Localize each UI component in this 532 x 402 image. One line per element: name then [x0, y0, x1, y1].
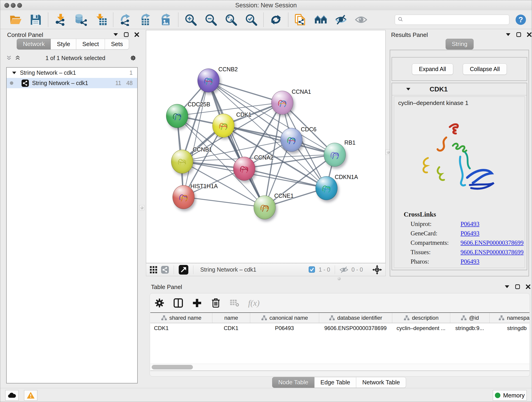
zoom-in-button[interactable]: [184, 13, 197, 26]
search-icon: [398, 17, 403, 23]
control-panel-close-icon[interactable]: [134, 32, 139, 37]
column-header-canonical-name[interactable]: canonical name: [250, 313, 319, 323]
tab-edge-table[interactable]: Edge Table: [314, 377, 356, 388]
crosslink-link[interactable]: 9606.ENSP00000378699: [461, 249, 524, 256]
tree-expand-icon[interactable]: [12, 71, 17, 75]
results-panel-float-icon[interactable]: [516, 32, 521, 37]
column-header-database-identifier[interactable]: database identifier: [319, 313, 392, 323]
control-panel-float-icon[interactable]: [123, 32, 129, 37]
crosslink-row: GeneCard:P06493: [411, 230, 525, 237]
left-splitter-handle[interactable]: [139, 205, 144, 210]
column-header-name[interactable]: name: [212, 313, 250, 323]
network-node-cdc6[interactable]: [280, 128, 302, 152]
apply-layout-button[interactable]: [269, 13, 283, 26]
network-node-cdkn1a[interactable]: [316, 176, 337, 200]
crosslinks-title: CrossLinks: [404, 211, 525, 218]
save-session-button[interactable]: [29, 13, 42, 26]
network-canvas[interactable]: CCNB2 CCNA1 CDC25B CDK1 CDC6 RB1 CCNB1 C…: [146, 30, 386, 263]
tab-string[interactable]: String: [446, 39, 474, 50]
table-cell: cyclin–dependent ...: [392, 323, 450, 333]
expand-all-button[interactable]: Expand All: [412, 64, 453, 75]
crosslink-link[interactable]: P06493: [461, 258, 480, 265]
tab-network-table[interactable]: Network Table: [356, 377, 406, 388]
network-node-ccnb1[interactable]: [171, 150, 193, 173]
string-home-button[interactable]: [314, 13, 327, 26]
help-button[interactable]: ?: [515, 14, 526, 25]
cloud-status-button[interactable]: [5, 390, 19, 401]
network-tree: String Network – cdk11String Network – c…: [6, 67, 138, 383]
delete-column-icon[interactable]: [210, 298, 221, 308]
grid-view-icon[interactable]: [149, 266, 158, 274]
birds-eye-view-icon[interactable]: [178, 265, 189, 275]
import-network-file-button[interactable]: [54, 13, 67, 26]
result-entry-header[interactable]: CDK1: [392, 83, 527, 95]
clone-network-button[interactable]: [294, 13, 307, 26]
hide-selected-button[interactable]: [334, 13, 348, 26]
network-node-rb1[interactable]: [324, 143, 346, 167]
results-panel-menu-icon[interactable]: [505, 32, 511, 37]
hidden-count: 0 - 0: [351, 266, 363, 273]
network-node-ccnb2[interactable]: [197, 69, 220, 92]
warnings-button[interactable]: [24, 390, 37, 401]
network-node-ccna2[interactable]: [233, 157, 255, 181]
table-panel-close-icon[interactable]: [525, 284, 531, 289]
results-panel-close-icon[interactable]: [526, 32, 532, 37]
network-node-ccna1[interactable]: [271, 91, 293, 115]
tab-select[interactable]: Select: [76, 39, 105, 50]
collapse-all-button[interactable]: Collapse All: [463, 64, 507, 75]
crosslink-link[interactable]: P06493: [461, 230, 480, 237]
expand-all-networks-icon[interactable]: [15, 55, 20, 61]
tab-network[interactable]: Network: [17, 39, 51, 50]
crosshair-navigate-icon[interactable]: [372, 265, 382, 275]
zoom-selected-button[interactable]: [244, 13, 258, 26]
column-header-namespace[interactable]: namespace: [489, 313, 530, 323]
zoom-fit-button[interactable]: [224, 13, 238, 26]
search-box[interactable]: [395, 15, 509, 25]
memory-button[interactable]: Memory: [493, 390, 527, 401]
export-table-button[interactable]: [139, 13, 152, 26]
function-builder-icon-disabled: f(x): [248, 298, 260, 308]
network-node-cdk1[interactable]: [212, 114, 234, 138]
network-node-ccne1[interactable]: [254, 196, 276, 219]
import-network-database-button[interactable]: [74, 13, 87, 26]
entry-collapse-icon[interactable]: [392, 87, 411, 91]
column-header-shared-name[interactable]: shared name: [150, 313, 212, 323]
selected-checkbox-icon[interactable]: [309, 266, 316, 273]
toolbar-separator: [113, 13, 114, 27]
table-panel-float-icon[interactable]: [515, 284, 520, 289]
bottom-splitter-handle[interactable]: [337, 277, 341, 280]
network-options-gear-icon[interactable]: [130, 55, 136, 61]
network-node-hist1h1a[interactable]: [172, 185, 195, 209]
column-header--id[interactable]: @id: [450, 313, 489, 323]
import-table-button[interactable]: [94, 13, 108, 26]
table-hscrollbar-thumb[interactable]: [152, 365, 193, 370]
crosslink-link[interactable]: 9606.ENSP00000378699: [461, 239, 524, 246]
network-tree-row[interactable]: String Network – cdk11148: [7, 78, 137, 88]
open-session-button[interactable]: [9, 13, 22, 26]
network-share-icon[interactable]: [161, 266, 169, 274]
column-header-description[interactable]: description: [392, 313, 450, 323]
table-cell: stringdb: [489, 323, 530, 333]
crosslink-link[interactable]: P06493: [461, 220, 480, 228]
network-tree-row[interactable]: String Network – cdk11: [7, 68, 137, 78]
hidden-eye-icon[interactable]: [340, 266, 348, 273]
tab-style[interactable]: Style: [51, 39, 76, 50]
entry-description: cyclin–dependent kinase 1: [398, 99, 525, 107]
table-panel-menu-icon[interactable]: [504, 284, 510, 289]
control-panel-menu-icon[interactable]: [113, 32, 119, 37]
tab-node-table[interactable]: Node Table: [272, 377, 315, 388]
add-column-icon[interactable]: [192, 298, 202, 308]
export-image-button[interactable]: [159, 13, 172, 26]
toolbar-separator: [263, 13, 264, 27]
show-all-button[interactable]: [355, 13, 368, 26]
network-node-cdc25b[interactable]: [166, 104, 188, 128]
table-row[interactable]: CDK1CDK1P064939606.ENSP00000378699cyclin…: [150, 323, 530, 333]
search-input[interactable]: [405, 16, 506, 23]
table-settings-gear-icon[interactable]: [154, 298, 165, 308]
show-columns-icon[interactable]: [173, 298, 184, 308]
memory-label: Memory: [503, 392, 525, 399]
export-network-button[interactable]: [119, 13, 132, 26]
tab-sets[interactable]: Sets: [105, 39, 129, 50]
collapse-all-networks-icon[interactable]: [6, 55, 12, 61]
zoom-out-button[interactable]: [204, 13, 217, 26]
